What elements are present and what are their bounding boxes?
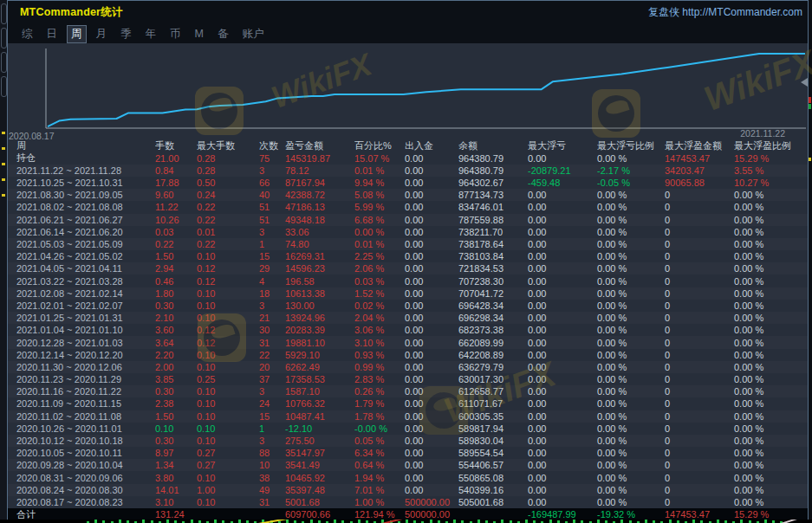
table-cell: 3 bbox=[259, 436, 285, 446]
table-cell: 0.00 bbox=[528, 251, 597, 262]
table-row[interactable]: 2021.02.01 ~ 2021.02.070.300.103130.000.… bbox=[8, 300, 808, 312]
table-row[interactable]: 2021.11.22 ~ 2021.11.280.840.28378.120.0… bbox=[8, 165, 808, 177]
table-cell: 0.00 % bbox=[734, 202, 808, 212]
row-label: 2020.10.12 ~ 2020.10.18 bbox=[16, 436, 155, 446]
trend-line-fragment bbox=[775, 520, 804, 523]
table-row[interactable]: 持仓21.000.2875145319.8715.07 %0.00964380.… bbox=[8, 152, 808, 165]
table-cell: 3.80 bbox=[155, 473, 197, 483]
table-cell: 0.00 bbox=[528, 436, 597, 446]
table-cell: 31 bbox=[259, 338, 285, 348]
candle-tick bbox=[453, 520, 456, 523]
table-row[interactable]: 2021.10.25 ~ 2021.10.3117.880.506687167.… bbox=[8, 177, 808, 189]
brand-link[interactable]: 复盘侠 http://MTCommander.com bbox=[648, 5, 802, 20]
table-cell: 131.24 bbox=[155, 509, 197, 520]
table-cell: 3 bbox=[259, 300, 285, 311]
column-header: 百分比% bbox=[354, 139, 405, 152]
candle-tick bbox=[214, 520, 217, 523]
table-row[interactable]: 2020.12.28 ~ 2021.01.033.640.123119881.1… bbox=[8, 336, 808, 348]
table-cell: 6262.49 bbox=[285, 362, 354, 372]
table-row[interactable]: 2020.12.14 ~ 2020.12.202.200.10225929.10… bbox=[8, 349, 808, 361]
table-cell: 0.10 bbox=[197, 436, 259, 446]
screen: MTCommander统计 复盘侠 http://MTCommander.com… bbox=[0, 0, 812, 523]
table-cell: 0.00 bbox=[405, 423, 458, 434]
table-cell: 3.60 bbox=[155, 325, 197, 335]
table-cell: 0.24 bbox=[197, 190, 259, 200]
menu-tab-综[interactable]: 综 bbox=[17, 25, 37, 43]
table-cell: 1.52 % bbox=[354, 288, 405, 299]
menu-tab-季[interactable]: 季 bbox=[116, 25, 136, 43]
table-row[interactable]: 2020.08.17 ~ 2020.08.233.100.10315001.68… bbox=[8, 496, 808, 508]
table-row[interactable]: 2021.06.14 ~ 2021.06.200.030.01333.060.0… bbox=[8, 226, 808, 238]
table-cell: 0.03 % bbox=[354, 276, 405, 287]
row-label: 2020.09.28 ~ 2020.10.04 bbox=[16, 460, 155, 470]
table-cell: 0.00 bbox=[405, 473, 458, 483]
table-cell: 0.00 % bbox=[597, 436, 665, 446]
table-row[interactable]: 2021.08.30 ~ 2021.09.059.600.244042388.7… bbox=[8, 189, 808, 201]
column-header: 余额 bbox=[458, 139, 528, 152]
table-row[interactable]: 2021.01.04 ~ 2021.01.103.600.123020283.3… bbox=[8, 324, 808, 336]
menu-tab-备[interactable]: 备 bbox=[213, 25, 233, 43]
table-cell: 0.00 % bbox=[597, 239, 665, 249]
edge-tick bbox=[809, 158, 811, 161]
menu-tab-年[interactable]: 年 bbox=[141, 25, 161, 43]
table-row[interactable]: 2021.08.02 ~ 2021.08.0811.220.225147186.… bbox=[8, 201, 808, 213]
table-cell: 51 bbox=[259, 215, 285, 225]
column-header: 最大浮盈比例 bbox=[734, 139, 808, 152]
table-row[interactable]: 2020.11.23 ~ 2020.11.293.850.253717358.5… bbox=[8, 373, 808, 385]
table-cell: 0.00 bbox=[405, 448, 458, 458]
table-cell: 877134.73 bbox=[458, 190, 528, 200]
row-label: 2021.01.04 ~ 2021.01.10 bbox=[16, 325, 155, 335]
table-row[interactable]: 2020.09.28 ~ 2020.10.041.340.27103541.49… bbox=[8, 459, 808, 471]
table-cell: 0.00 bbox=[405, 338, 458, 348]
candle-tick bbox=[549, 520, 552, 523]
table-cell: 0.10 bbox=[197, 362, 259, 372]
table-cell: 0.01 % bbox=[354, 165, 405, 176]
table-row[interactable]: 2020.11.30 ~ 2020.12.062.000.10206262.49… bbox=[8, 361, 808, 373]
table-cell: 0 bbox=[665, 313, 734, 323]
table-cell: 0.00 % bbox=[597, 325, 665, 335]
row-label: 2021.04.26 ~ 2021.05.02 bbox=[16, 251, 155, 262]
table-cell: 0 bbox=[665, 423, 734, 434]
table-cell: 0 bbox=[665, 263, 734, 274]
candle-tick bbox=[406, 520, 408, 523]
table-cell: 0 bbox=[665, 300, 734, 311]
table-cell: 22 bbox=[259, 350, 285, 360]
table-row[interactable]: 2021.01.25 ~ 2021.01.312.100.102113924.9… bbox=[8, 312, 808, 324]
table-cell: 16269.31 bbox=[285, 251, 354, 262]
table-row[interactable]: 2021.03.22 ~ 2021.03.280.460.124196.580.… bbox=[8, 274, 808, 287]
table-row[interactable]: 2020.10.26 ~ 2020.11.010.100.101-12.10-0… bbox=[8, 423, 808, 435]
table-row[interactable]: 2020.11.02 ~ 2020.11.081.500.101510487.4… bbox=[8, 410, 808, 423]
table-cell: 0.12 bbox=[197, 338, 259, 348]
menu-tab-M[interactable]: M bbox=[191, 26, 208, 42]
table-cell: 14596.23 bbox=[285, 263, 354, 274]
table-row[interactable]: 2020.11.16 ~ 2020.11.220.300.1031587.100… bbox=[8, 385, 808, 397]
table-cell: 0.00 % bbox=[734, 411, 808, 422]
menu-tab-账户[interactable]: 账户 bbox=[237, 25, 268, 43]
table-cell: 964380.79 bbox=[458, 165, 528, 176]
table-cell: 1.00 bbox=[197, 485, 259, 495]
table-row[interactable]: 2021.04.26 ~ 2021.05.021.500.101516269.3… bbox=[8, 250, 808, 262]
table-row[interactable]: 2020.08.24 ~ 2020.08.3014.011.004935397.… bbox=[8, 484, 808, 496]
table-cell: -19.32 % bbox=[597, 509, 665, 520]
table-row[interactable]: 2021.05.03 ~ 2021.05.090.220.22174.800.0… bbox=[8, 238, 808, 250]
table-cell: 0.10 bbox=[197, 350, 259, 360]
menu-tab-日[interactable]: 日 bbox=[42, 25, 62, 43]
table-cell: 964302.67 bbox=[458, 178, 528, 188]
table-row[interactable]: 2020.11.09 ~ 2020.11.152.380.102410766.3… bbox=[8, 397, 808, 410]
table-cell: 0.00 bbox=[528, 386, 597, 397]
table-row[interactable]: 2020.10.05 ~ 2020.10.118.970.278835147.9… bbox=[8, 447, 808, 459]
table-row[interactable]: 2021.06.21 ~ 2021.06.2710.260.225149348.… bbox=[8, 214, 808, 226]
table-cell: 0.00 bbox=[405, 398, 458, 409]
menu-tab-周[interactable]: 周 bbox=[67, 25, 87, 43]
menu-tab-币[interactable]: 币 bbox=[166, 25, 185, 43]
table-cell: 707238.30 bbox=[458, 276, 528, 287]
scroll-arrow-icon[interactable] bbox=[801, 78, 808, 87]
table-cell: 0.00 bbox=[528, 153, 597, 164]
table-row[interactable]: 2021.04.05 ~ 2021.04.112.940.122914596.2… bbox=[8, 262, 808, 274]
table-row[interactable]: 2020.10.12 ~ 2020.10.180.300.103275.500.… bbox=[8, 435, 808, 447]
table-row[interactable]: 2020.08.31 ~ 2020.09.063.800.103810465.9… bbox=[8, 471, 808, 483]
menu-tab-月[interactable]: 月 bbox=[92, 25, 112, 43]
table-cell: 0.00 % bbox=[597, 473, 665, 483]
title-bar[interactable]: MTCommander统计 复盘侠 http://MTCommander.com bbox=[8, 1, 808, 24]
table-row[interactable]: 2021.02.08 ~ 2021.02.141.800.101810613.3… bbox=[8, 287, 808, 300]
